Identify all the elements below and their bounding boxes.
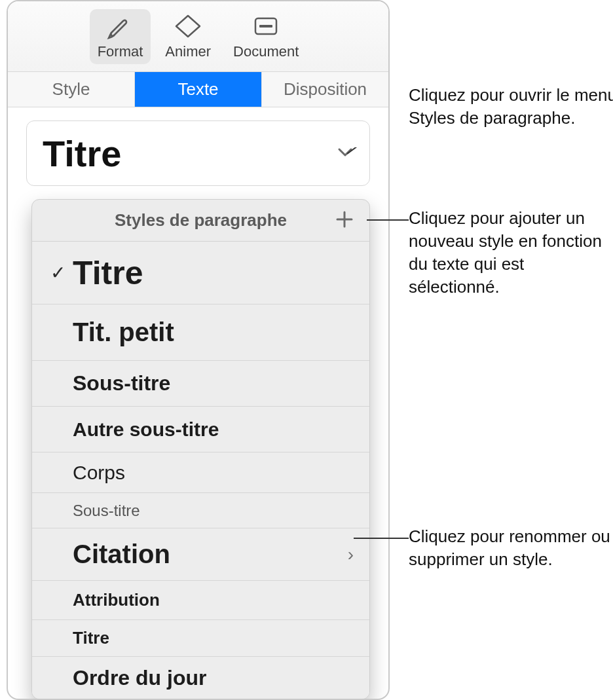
callout-open-menu: Cliquez pour ouvrir le menu Styles de pa…: [409, 84, 613, 130]
style-item-label: Titre: [69, 628, 358, 648]
style-item-label: Sous-titre: [69, 371, 358, 396]
toolbar-label: Document: [233, 43, 299, 60]
leader-line: [367, 213, 409, 227]
style-item[interactable]: Titre: [32, 620, 369, 657]
popover-header: Styles de paragraphe: [32, 200, 369, 242]
paragraph-styles-list: ✓TitreTit. petitSous-titreAutre sous-tit…: [32, 242, 369, 699]
inspector-tabs: Style Texte Disposition: [8, 72, 388, 107]
style-item[interactable]: Ordre du jour: [32, 657, 369, 699]
paragraph-style-selector[interactable]: Titre: [26, 120, 370, 186]
style-item[interactable]: Tit. petit: [32, 304, 369, 361]
style-item-label: Tit. petit: [69, 318, 358, 347]
style-item[interactable]: Citation›: [32, 528, 369, 581]
inspector-panel: Format Animer Document Style Texte Dispo…: [7, 0, 390, 700]
toolbar: Format Animer Document: [8, 1, 388, 72]
tab-style[interactable]: Style: [8, 72, 135, 107]
svg-rect-1: [259, 25, 272, 28]
paragraph-styles-popover: Styles de paragraphe ✓TitreTit. petitSou…: [31, 199, 370, 699]
style-item-label: Citation: [69, 540, 348, 569]
style-item[interactable]: ✓Titre: [32, 242, 369, 304]
leader-line: [347, 147, 409, 160]
style-item[interactable]: Autre sous-titre: [32, 407, 369, 452]
style-item[interactable]: Sous-titre: [32, 493, 369, 528]
document-button[interactable]: Document: [225, 9, 306, 64]
style-item-label: Corps: [69, 462, 358, 484]
style-item-label: Attribution: [69, 590, 358, 610]
style-item[interactable]: Corps: [32, 452, 369, 493]
style-item[interactable]: Sous-titre: [32, 361, 369, 407]
toolbar-label: Format: [98, 43, 143, 60]
style-item-label: Ordre du jour: [69, 666, 358, 690]
chevron-right-icon[interactable]: ›: [348, 544, 358, 565]
tab-texte[interactable]: Texte: [135, 72, 262, 107]
paragraph-style-current: Titre: [43, 132, 121, 175]
diamond-icon: [174, 13, 202, 42]
popover-title: Styles de paragraphe: [115, 210, 287, 230]
style-item[interactable]: Attribution: [32, 581, 369, 620]
style-item-label: Autre sous-titre: [69, 418, 358, 441]
format-button[interactable]: Format: [90, 9, 151, 64]
style-item-label: Titre: [69, 254, 358, 292]
style-item-label: Sous-titre: [69, 502, 358, 520]
checkmark-icon: ✓: [46, 262, 69, 284]
toolbar-label: Animer: [165, 43, 211, 60]
leader-line: [354, 532, 409, 545]
callout-rename: Cliquez pour renommer ou supprimer un st…: [409, 525, 613, 571]
svg-line-2: [347, 147, 409, 154]
callout-add-style: Cliquez pour ajouter un nouveau style en…: [409, 207, 613, 299]
animate-button[interactable]: Animer: [157, 9, 219, 64]
tab-disposition[interactable]: Disposition: [262, 72, 388, 107]
plus-icon: [335, 210, 354, 231]
paintbrush-icon: [106, 13, 135, 42]
add-style-button[interactable]: [331, 208, 358, 234]
slide-icon: [251, 13, 280, 42]
